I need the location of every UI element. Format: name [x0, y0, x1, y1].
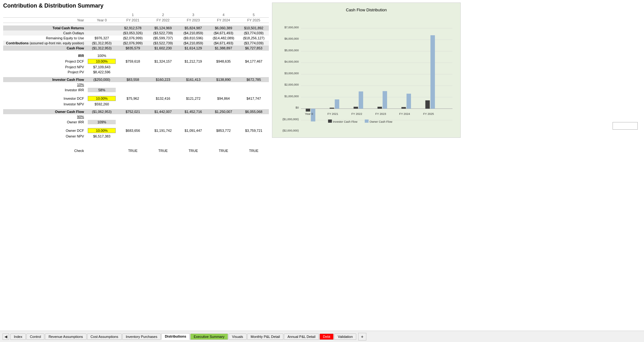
left-panel: Contribution & Distribution Summary 1 2 … [3, 3, 269, 331]
investor-irr-row: Investor IRR 58% [3, 87, 269, 93]
header-years: Year Year 0 FY 2021 FY 2022 FY 2023 FY 2… [3, 18, 269, 23]
owner-bar-fy2024 [407, 94, 411, 109]
svg-text:FY 2022: FY 2022 [351, 112, 362, 115]
remaining-equity-row: Remaining Equity to Use $976,327 ($2,076… [3, 36, 269, 41]
cash-flow-row: Cash Flow ($1,312,953) $835,579 $1,602,2… [3, 46, 269, 51]
svg-text:$1,000,000: $1,000,000 [284, 95, 299, 98]
cash-outlays-row: Cash Outlays ($3,053,326) ($3,522,739) (… [3, 31, 269, 36]
contributions-row: Contributions (assumed up-front min. equ… [3, 41, 269, 46]
svg-rect-25 [328, 120, 332, 123]
owner-pct-row: 90% [3, 114, 269, 119]
owner-dcf-rate[interactable]: 10.00% [88, 128, 116, 133]
owner-bar-fy2023 [383, 91, 387, 109]
investor-cash-flow-header: Investor Cash Flow ($250,000) $83,558 $1… [3, 77, 269, 82]
page-title: Contribution & Distribution Summary [3, 3, 269, 9]
svg-text:$2,000,000: $2,000,000 [284, 83, 299, 86]
svg-text:FY 2023: FY 2023 [375, 112, 386, 115]
project-pv-row: Project PV $8,422,596 [3, 70, 269, 75]
investor-pct-row: 10% [3, 82, 269, 87]
tab-cost-assumptions[interactable]: Cost Assumptions [87, 334, 122, 340]
investor-irr-value: 58% [88, 88, 116, 92]
investor-bar-fy2021 [330, 108, 334, 109]
header-col-numbers: 1 2 3 4 5 [3, 12, 269, 18]
svg-rect-27 [365, 120, 369, 123]
total-cash-returns-row: Total Cash Returns $2,912,578 $5,124,969… [3, 25, 269, 31]
owner-cash-flow-header: Owner Cash Flow ($1,062,953) $752,021 $1… [3, 109, 269, 114]
svg-text:$5,000,000: $5,000,000 [284, 49, 299, 52]
add-sheet-btn[interactable]: + [358, 333, 366, 340]
sep6 [3, 125, 269, 127]
sep4 [3, 93, 269, 95]
svg-text:Year 0: Year 0 [305, 112, 313, 115]
svg-text:$0: $0 [296, 106, 299, 109]
summary-table: 1 2 3 4 5 Year Year 0 FY 2021 FY 2022 FY… [3, 12, 269, 153]
tab-debt[interactable]: Debt [319, 334, 334, 340]
sep7 [3, 139, 269, 145]
project-dcf-rate[interactable]: 10.00% [88, 59, 116, 64]
chart-container: Cash Flow Distribution $7,000,000 $6,000… [272, 3, 461, 138]
contributions-label: Contributions [6, 41, 29, 45]
investor-dcf-row: Investor DCF 10.00% $75,962 $132,416 $12… [3, 95, 269, 102]
investor-bar-fy2023 [378, 107, 382, 109]
chart-svg: $7,000,000 $6,000,000 $5,000,000 $4,000,… [277, 15, 456, 141]
owner-dcf-row: Owner DCF 10.00% $683,656 $1,191,742 $1,… [3, 127, 269, 134]
svg-text:Investor Cash Flow: Investor Cash Flow [333, 120, 358, 123]
right-panel: Cash Flow Distribution $7,000,000 $6,000… [269, 3, 641, 331]
investor-bar-year0 [306, 109, 310, 111]
investor-npv-row: Investor NPV $592,260 [3, 102, 269, 107]
tab-executive-summary[interactable]: Executive Summary [190, 334, 228, 340]
tab-annual-pl[interactable]: Annual P&L Detail [284, 334, 319, 340]
sep5 [3, 107, 269, 109]
svg-text:FY 2025: FY 2025 [423, 112, 434, 115]
project-dcf-row: Project DCF 10.00% $759,618 $1,324,157 $… [3, 58, 269, 64]
chart-title: Cash Flow Distribution [277, 8, 456, 12]
owner-bar-fy2021 [335, 99, 339, 109]
check-row: Check TRUE TRUE TRUE TRUE TRUE [3, 145, 269, 153]
sep1 [3, 23, 269, 25]
owner-irr-row: Owner IRR 109% [3, 119, 269, 125]
tab-index[interactable]: Index [10, 334, 26, 340]
project-npv-row: Project NPV $7,109,643 [3, 64, 269, 70]
tab-prev-btn[interactable]: ◀ [3, 334, 9, 340]
tab-bar: ◀ Index Control Revenue Assumptions Cost… [0, 331, 644, 342]
svg-text:($2,000,000): ($2,000,000) [282, 129, 299, 132]
investor-dcf-rate[interactable]: 10.00% [88, 96, 116, 101]
irr-row: IRR 100% [3, 53, 269, 58]
sep2 [3, 51, 269, 53]
tab-control[interactable]: Control [26, 334, 44, 340]
contributions-note: (assumed up-front min. equity position) [30, 42, 84, 45]
owner-bar-fy2022 [359, 92, 363, 109]
tab-monthly-pl[interactable]: Monthly P&L Detail [247, 334, 283, 340]
svg-text:Owner Cash Flow: Owner Cash Flow [369, 120, 392, 123]
tab-validation[interactable]: Validation [334, 334, 356, 340]
owner-irr-value: 109% [88, 120, 116, 124]
svg-text:FY 2021: FY 2021 [327, 112, 338, 115]
tab-distributions[interactable]: Distributions [161, 333, 190, 340]
white-box-overlay [613, 122, 638, 130]
content-area: Contribution & Distribution Summary 1 2 … [0, 0, 644, 331]
svg-text:$6,000,000: $6,000,000 [284, 37, 299, 40]
main-container: Contribution & Distribution Summary 1 2 … [0, 0, 644, 342]
investor-bar-fy2024 [402, 107, 406, 109]
investor-bar-fy2025 [425, 100, 430, 109]
sep3 [3, 75, 269, 77]
investor-bar-fy2022 [353, 107, 358, 109]
svg-text:$3,000,000: $3,000,000 [284, 72, 299, 75]
svg-text:FY 2024: FY 2024 [399, 112, 410, 115]
svg-text:$7,000,000: $7,000,000 [284, 26, 299, 29]
svg-text:$4,000,000: $4,000,000 [284, 60, 299, 63]
owner-npv-row: Owner NPV $6,517,383 [3, 134, 269, 139]
owner-bar-fy2025 [430, 35, 435, 109]
tab-visuals[interactable]: Visuals [229, 334, 247, 340]
tab-revenue-assumptions[interactable]: Revenue Assumptions [45, 334, 86, 340]
svg-text:($1,000,000): ($1,000,000) [282, 118, 299, 121]
tab-inventory-purchases[interactable]: Inventory Purchases [122, 334, 161, 340]
